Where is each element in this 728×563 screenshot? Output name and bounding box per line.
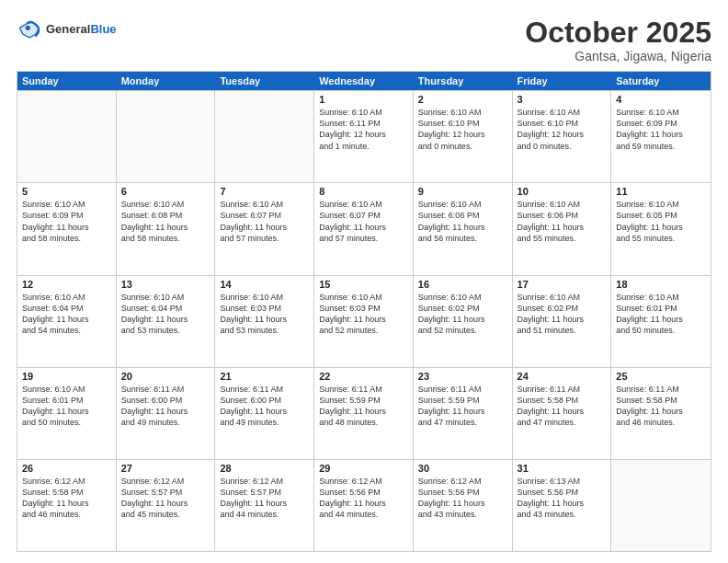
- day-info: Sunrise: 6:10 AM Sunset: 6:09 PM Dayligh…: [22, 199, 111, 244]
- day-info: Sunrise: 6:10 AM Sunset: 6:10 PM Dayligh…: [518, 107, 607, 152]
- day-cell-15: 15Sunrise: 6:10 AM Sunset: 6:03 PM Dayli…: [314, 276, 414, 367]
- day-number: 24: [518, 371, 607, 382]
- day-info: Sunrise: 6:10 AM Sunset: 6:05 PM Dayligh…: [616, 199, 706, 244]
- day-number: 17: [518, 279, 607, 290]
- day-info: Sunrise: 6:11 AM Sunset: 6:00 PM Dayligh…: [121, 384, 210, 429]
- day-number: 3: [518, 94, 607, 105]
- weekday-header-sunday: Sunday: [17, 72, 117, 90]
- day-number: 20: [121, 371, 210, 382]
- day-number: 18: [616, 279, 706, 290]
- day-number: 14: [220, 279, 309, 290]
- weekday-header-thursday: Thursday: [414, 72, 513, 90]
- day-number: 11: [616, 186, 706, 197]
- day-info: Sunrise: 6:10 AM Sunset: 6:04 PM Dayligh…: [22, 292, 111, 337]
- calendar-row-3: 19Sunrise: 6:10 AM Sunset: 6:01 PM Dayli…: [17, 367, 711, 459]
- day-number: 1: [319, 94, 408, 105]
- day-number: 10: [518, 186, 607, 197]
- day-cell-19: 19Sunrise: 6:10 AM Sunset: 6:01 PM Dayli…: [17, 368, 117, 459]
- day-info: Sunrise: 6:11 AM Sunset: 5:59 PM Dayligh…: [418, 384, 507, 429]
- day-info: Sunrise: 6:10 AM Sunset: 6:03 PM Dayligh…: [319, 292, 408, 337]
- day-number: 5: [22, 186, 111, 197]
- weekday-header-monday: Monday: [117, 72, 216, 90]
- day-cell-7: 7Sunrise: 6:10 AM Sunset: 6:07 PM Daylig…: [215, 183, 314, 274]
- logo-icon: [17, 17, 42, 42]
- calendar: SundayMondayTuesdayWednesdayThursdayFrid…: [17, 71, 711, 552]
- logo-blue-text: Blue: [90, 22, 116, 36]
- svg-point-1: [26, 26, 30, 30]
- day-info: Sunrise: 6:12 AM Sunset: 5:56 PM Dayligh…: [319, 476, 408, 521]
- day-cell-16: 16Sunrise: 6:10 AM Sunset: 6:02 PM Dayli…: [414, 276, 513, 367]
- day-info: Sunrise: 6:12 AM Sunset: 5:57 PM Dayligh…: [220, 476, 309, 521]
- day-info: Sunrise: 6:10 AM Sunset: 6:09 PM Dayligh…: [616, 107, 706, 152]
- day-info: Sunrise: 6:13 AM Sunset: 5:56 PM Dayligh…: [518, 476, 607, 521]
- day-info: Sunrise: 6:10 AM Sunset: 6:08 PM Dayligh…: [121, 199, 210, 244]
- day-info: Sunrise: 6:10 AM Sunset: 6:07 PM Dayligh…: [319, 199, 408, 244]
- weekday-header-tuesday: Tuesday: [215, 72, 314, 90]
- day-number: 2: [418, 94, 507, 105]
- day-cell-21: 21Sunrise: 6:11 AM Sunset: 6:00 PM Dayli…: [215, 368, 314, 459]
- day-cell-8: 8Sunrise: 6:10 AM Sunset: 6:07 PM Daylig…: [314, 183, 414, 274]
- day-info: Sunrise: 6:10 AM Sunset: 6:06 PM Dayligh…: [418, 199, 507, 244]
- empty-cell-0-1: [117, 91, 216, 182]
- day-info: Sunrise: 6:12 AM Sunset: 5:57 PM Dayligh…: [121, 476, 210, 521]
- logo-general: GeneralBlue: [46, 22, 117, 37]
- day-info: Sunrise: 6:11 AM Sunset: 5:59 PM Dayligh…: [319, 384, 408, 429]
- day-number: 15: [319, 279, 408, 290]
- day-info: Sunrise: 6:10 AM Sunset: 6:07 PM Dayligh…: [220, 199, 309, 244]
- day-number: 12: [22, 279, 111, 290]
- day-number: 8: [319, 186, 408, 197]
- day-number: 9: [418, 186, 507, 197]
- day-number: 23: [418, 371, 507, 382]
- calendar-row-1: 5Sunrise: 6:10 AM Sunset: 6:09 PM Daylig…: [17, 182, 711, 274]
- day-cell-25: 25Sunrise: 6:11 AM Sunset: 5:58 PM Dayli…: [611, 368, 711, 459]
- day-cell-2: 2Sunrise: 6:10 AM Sunset: 6:10 PM Daylig…: [414, 91, 513, 182]
- empty-cell-0-0: [17, 91, 117, 182]
- day-number: 28: [220, 463, 309, 474]
- location: Gantsa, Jigawa, Nigeria: [525, 49, 711, 63]
- day-number: 26: [22, 463, 111, 474]
- day-number: 4: [616, 94, 706, 105]
- day-number: 29: [319, 463, 408, 474]
- logo: GeneralBlue: [17, 17, 117, 42]
- day-info: Sunrise: 6:11 AM Sunset: 6:00 PM Dayligh…: [220, 384, 309, 429]
- day-info: Sunrise: 6:11 AM Sunset: 5:58 PM Dayligh…: [518, 384, 607, 429]
- day-number: 19: [22, 371, 111, 382]
- day-number: 16: [418, 279, 507, 290]
- day-cell-27: 27Sunrise: 6:12 AM Sunset: 5:57 PM Dayli…: [117, 460, 216, 551]
- empty-cell-0-2: [215, 91, 314, 182]
- day-cell-28: 28Sunrise: 6:12 AM Sunset: 5:57 PM Dayli…: [215, 460, 314, 551]
- day-cell-29: 29Sunrise: 6:12 AM Sunset: 5:56 PM Dayli…: [314, 460, 414, 551]
- day-cell-1: 1Sunrise: 6:10 AM Sunset: 6:11 PM Daylig…: [314, 91, 414, 182]
- logo-text: GeneralBlue: [46, 22, 117, 37]
- day-info: Sunrise: 6:12 AM Sunset: 5:56 PM Dayligh…: [418, 476, 507, 521]
- weekday-header-wednesday: Wednesday: [314, 72, 414, 90]
- day-number: 22: [319, 371, 408, 382]
- day-info: Sunrise: 6:12 AM Sunset: 5:58 PM Dayligh…: [22, 476, 111, 521]
- day-number: 6: [121, 186, 210, 197]
- day-cell-4: 4Sunrise: 6:10 AM Sunset: 6:09 PM Daylig…: [611, 91, 711, 182]
- day-info: Sunrise: 6:10 AM Sunset: 6:04 PM Dayligh…: [121, 292, 210, 337]
- day-info: Sunrise: 6:10 AM Sunset: 6:10 PM Dayligh…: [418, 107, 507, 152]
- day-number: 13: [121, 279, 210, 290]
- calendar-body: 1Sunrise: 6:10 AM Sunset: 6:11 PM Daylig…: [17, 90, 711, 551]
- day-cell-20: 20Sunrise: 6:11 AM Sunset: 6:00 PM Dayli…: [117, 368, 216, 459]
- day-cell-10: 10Sunrise: 6:10 AM Sunset: 6:06 PM Dayli…: [513, 183, 612, 274]
- day-number: 31: [518, 463, 607, 474]
- weekday-header-friday: Friday: [513, 72, 612, 90]
- day-info: Sunrise: 6:10 AM Sunset: 6:02 PM Dayligh…: [518, 292, 607, 337]
- day-cell-11: 11Sunrise: 6:10 AM Sunset: 6:05 PM Dayli…: [611, 183, 711, 274]
- month-title: October 2025: [525, 17, 711, 49]
- day-number: 30: [418, 463, 507, 474]
- day-cell-14: 14Sunrise: 6:10 AM Sunset: 6:03 PM Dayli…: [215, 276, 314, 367]
- day-cell-23: 23Sunrise: 6:11 AM Sunset: 5:59 PM Dayli…: [414, 368, 513, 459]
- day-cell-12: 12Sunrise: 6:10 AM Sunset: 6:04 PM Dayli…: [17, 276, 117, 367]
- day-info: Sunrise: 6:10 AM Sunset: 6:11 PM Dayligh…: [319, 107, 408, 152]
- day-cell-31: 31Sunrise: 6:13 AM Sunset: 5:56 PM Dayli…: [513, 460, 612, 551]
- header: GeneralBlue October 2025 Gantsa, Jigawa,…: [17, 17, 711, 63]
- day-cell-18: 18Sunrise: 6:10 AM Sunset: 6:01 PM Dayli…: [611, 276, 711, 367]
- day-cell-26: 26Sunrise: 6:12 AM Sunset: 5:58 PM Dayli…: [17, 460, 117, 551]
- day-info: Sunrise: 6:10 AM Sunset: 6:01 PM Dayligh…: [22, 384, 111, 429]
- day-number: 21: [220, 371, 309, 382]
- page: GeneralBlue October 2025 Gantsa, Jigawa,…: [0, 0, 728, 563]
- calendar-row-4: 26Sunrise: 6:12 AM Sunset: 5:58 PM Dayli…: [17, 459, 711, 551]
